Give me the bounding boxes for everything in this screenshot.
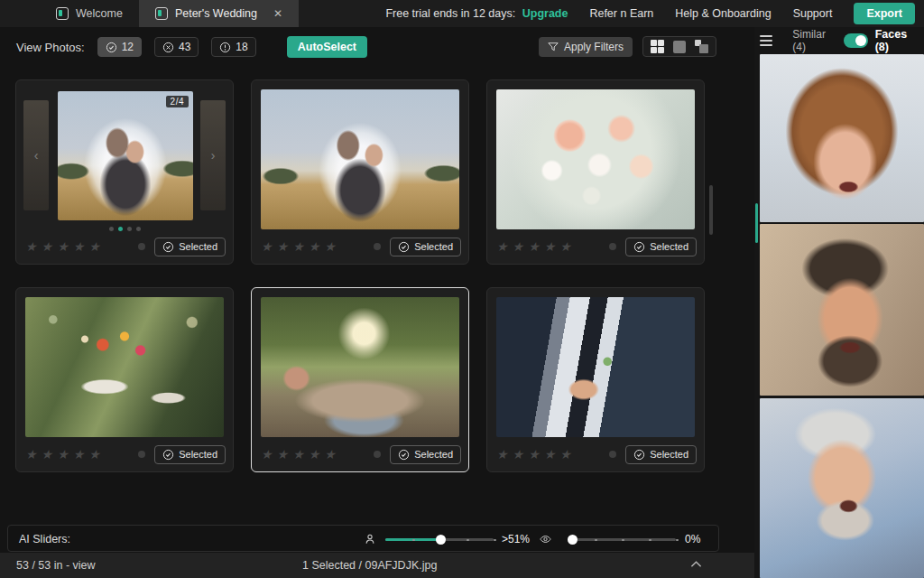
- star-icon[interactable]: [277, 240, 289, 253]
- status-dot-icon: [609, 451, 616, 458]
- carousel-prev-icon[interactable]: ‹: [23, 100, 49, 210]
- selected-button[interactable]: Selected: [390, 445, 461, 464]
- carousel-dots[interactable]: [16, 227, 233, 231]
- star-icon[interactable]: [73, 240, 85, 253]
- export-button[interactable]: Export: [854, 3, 915, 24]
- star-icon[interactable]: [528, 448, 540, 461]
- star-icon[interactable]: [261, 448, 273, 461]
- grid-scrollbar[interactable]: [709, 185, 713, 235]
- selected-button[interactable]: Selected: [154, 445, 226, 464]
- star-icon[interactable]: [88, 448, 100, 461]
- refer-n-earn-link[interactable]: Refer n Earn: [589, 7, 653, 20]
- faces-scrollbar[interactable]: [755, 203, 758, 243]
- face-thumbnail[interactable]: [760, 398, 924, 578]
- eye-slider[interactable]: [568, 534, 676, 545]
- tab-bar: Welcome Peter's Wedding ✕ Free trial end…: [0, 0, 924, 27]
- toolbar: View Photos: 12 43 18 AutoSelect Apply F…: [0, 27, 754, 65]
- star-icon[interactable]: [25, 448, 37, 461]
- star-icon[interactable]: [292, 448, 304, 461]
- star-icon[interactable]: [559, 448, 571, 461]
- star-icon[interactable]: [292, 240, 304, 253]
- star-icon[interactable]: [513, 448, 524, 461]
- autoselect-button[interactable]: AutoSelect: [287, 36, 367, 58]
- star-icon[interactable]: [528, 240, 540, 253]
- tab-welcome[interactable]: Welcome: [40, 0, 139, 27]
- photo-card-focused[interactable]: Selected: [251, 287, 469, 472]
- support-link[interactable]: Support: [793, 7, 833, 20]
- photo-card[interactable]: ‹ › 2/4 Selected: [15, 79, 234, 265]
- selected-label: Selected: [414, 241, 453, 252]
- apply-filters-button[interactable]: Apply Filters: [539, 37, 633, 57]
- people-slider[interactable]: [385, 534, 494, 545]
- check-circle-icon: [633, 241, 645, 253]
- star-rating: [496, 240, 571, 253]
- photo-card[interactable]: Selected: [251, 79, 469, 265]
- faces-label[interactable]: Faces (8): [875, 28, 919, 53]
- selected-button[interactable]: Selected: [625, 445, 697, 464]
- star-icon[interactable]: [277, 448, 289, 461]
- star-icon[interactable]: [88, 240, 100, 253]
- face-thumbnail[interactable]: [760, 224, 924, 396]
- star-icon[interactable]: [544, 240, 556, 253]
- similar-faces-toggle[interactable]: [844, 33, 868, 48]
- star-icon[interactable]: [559, 240, 571, 253]
- filter-maybe-chip[interactable]: 18: [211, 37, 255, 57]
- grid-view-icon[interactable]: [651, 40, 664, 53]
- similar-label[interactable]: Similar (4): [792, 28, 836, 53]
- check-circle-icon: [398, 241, 410, 253]
- alert-circle-icon: [219, 42, 231, 53]
- eye-slider-knob[interactable]: [568, 535, 578, 545]
- filter-rejected-count: 43: [179, 41, 190, 53]
- star-icon[interactable]: [25, 240, 37, 253]
- star-icon[interactable]: [42, 240, 53, 253]
- people-slider-knob[interactable]: [436, 535, 446, 545]
- star-icon[interactable]: [513, 240, 524, 253]
- photo-thumbnail[interactable]: [261, 89, 459, 229]
- carousel-next-icon[interactable]: ›: [200, 100, 226, 210]
- star-rating: [25, 240, 100, 253]
- chevron-up-icon[interactable]: [690, 560, 702, 568]
- toggle-knob: [855, 35, 866, 46]
- star-icon[interactable]: [496, 240, 508, 253]
- star-icon[interactable]: [324, 240, 336, 253]
- single-view-icon[interactable]: [673, 41, 686, 53]
- photo-thumbnail[interactable]: [496, 89, 695, 229]
- photo-card[interactable]: Selected: [486, 79, 705, 265]
- star-icon[interactable]: [57, 240, 69, 253]
- photo-card[interactable]: Selected: [486, 287, 705, 472]
- star-icon[interactable]: [544, 448, 556, 461]
- selected-button[interactable]: Selected: [154, 238, 226, 256]
- star-icon[interactable]: [73, 448, 85, 461]
- selected-button[interactable]: Selected: [625, 238, 697, 256]
- filter-selected-count: 12: [122, 41, 134, 53]
- star-icon[interactable]: [496, 448, 508, 461]
- photo-card[interactable]: Selected: [15, 287, 234, 472]
- tabbar-right: Free trial ends in 12 days: Upgrade Refe…: [385, 0, 924, 27]
- trial-banner: Free trial ends in 12 days: Upgrade: [385, 7, 568, 20]
- star-icon[interactable]: [309, 448, 320, 461]
- photo-thumbnail[interactable]: 2/4: [58, 91, 193, 220]
- photo-thumbnail[interactable]: [496, 297, 695, 437]
- filter-rejected-chip[interactable]: 43: [154, 37, 199, 57]
- cross-circle-icon: [162, 42, 174, 53]
- status-dot-icon: [609, 243, 616, 250]
- star-icon[interactable]: [42, 448, 53, 461]
- close-tab-icon[interactable]: ✕: [273, 7, 282, 20]
- filter-selected-chip[interactable]: 12: [97, 37, 142, 57]
- check-circle-icon: [162, 449, 174, 461]
- help-onboarding-link[interactable]: Help & Onboarding: [675, 7, 771, 20]
- app-logo-icon: [155, 7, 168, 20]
- tab-peters-wedding[interactable]: Peter's Wedding ✕: [139, 0, 299, 27]
- selected-button[interactable]: Selected: [390, 238, 461, 256]
- survey-view-icon[interactable]: [695, 40, 708, 53]
- star-icon[interactable]: [309, 240, 320, 253]
- star-icon[interactable]: [261, 240, 273, 253]
- upgrade-link[interactable]: Upgrade: [522, 7, 568, 20]
- star-icon[interactable]: [57, 448, 69, 461]
- face-thumbnail[interactable]: [760, 54, 924, 222]
- person-icon: [364, 533, 376, 545]
- photo-thumbnail[interactable]: [25, 297, 224, 437]
- menu-icon[interactable]: [760, 35, 772, 46]
- photo-thumbnail[interactable]: [261, 297, 459, 437]
- star-icon[interactable]: [324, 448, 336, 461]
